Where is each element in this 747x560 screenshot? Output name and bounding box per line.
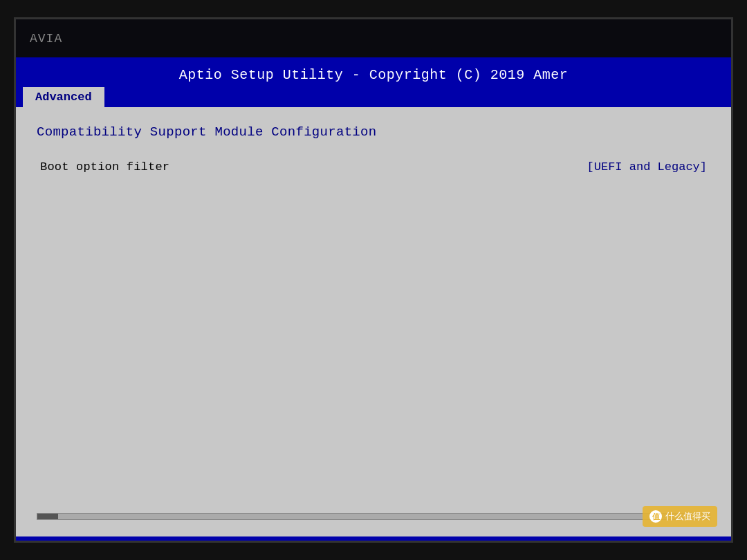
boot-option-label: Boot option filter (40, 160, 340, 174)
watermark: 值 什么值得买 (643, 506, 717, 527)
screen-container: AVIA Aptio Setup Utility - Copyright (C)… (0, 0, 747, 560)
bios-title: Aptio Setup Utility - Copyright (C) 2019… (16, 63, 731, 87)
section-title: Compatibility Support Module Configurati… (37, 124, 710, 140)
tab-advanced[interactable]: Advanced (23, 87, 104, 107)
bios-header: Aptio Setup Utility - Copyright (C) 2019… (16, 57, 731, 107)
dark-top-bar: AVIA (16, 19, 731, 57)
watermark-icon: 值 (649, 510, 662, 523)
boot-option-value: [UEFI and Legacy] (587, 160, 707, 174)
brand-label: AVIA (30, 32, 62, 46)
config-row-boot-option[interactable]: Boot option filter [UEFI and Legacy] (37, 155, 710, 179)
bios-main: Aptio Setup Utility - Copyright (C) 2019… (16, 57, 731, 541)
watermark-text: 什么值得买 (665, 510, 710, 523)
monitor-frame: AVIA Aptio Setup Utility - Copyright (C)… (14, 17, 733, 543)
tabs-row: Advanced (16, 87, 731, 107)
bios-content: Compatibility Support Module Configurati… (16, 107, 731, 196)
bottom-border (16, 536, 731, 541)
scrollbar-thumb[interactable] (37, 514, 58, 519)
scrollbar[interactable] (37, 513, 710, 520)
